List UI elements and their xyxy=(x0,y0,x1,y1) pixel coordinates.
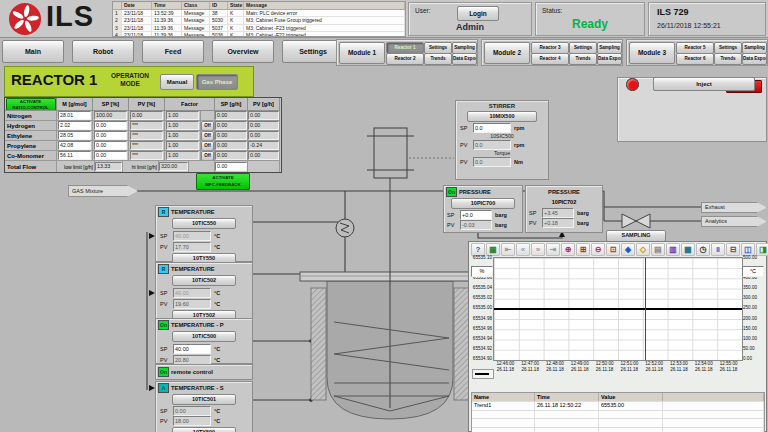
module-2-trends-button[interactable]: Trends xyxy=(569,53,597,65)
sp-percent-field[interactable]: 0.00 xyxy=(94,141,127,150)
message-state: K xyxy=(228,25,244,31)
time-range-icon[interactable]: ◷ xyxy=(696,243,710,256)
tag-button-10pic700[interactable]: 10PIC700 xyxy=(451,198,515,209)
statistics-icon[interactable]: ▥ xyxy=(666,243,680,256)
activate-mfc-feedback-button[interactable]: ACTIVATEMFC-FEEDBACK xyxy=(196,173,250,190)
previous-record-icon[interactable]: « xyxy=(516,243,530,256)
move-axes-icon[interactable]: ◇ xyxy=(636,243,650,256)
nav-button[interactable]: Robot xyxy=(72,40,134,63)
sp-field: 40.00 xyxy=(173,288,211,298)
module-2-data-export-button[interactable]: Data Export xyxy=(597,53,622,65)
on-badge: On xyxy=(446,187,457,197)
user-label: User: xyxy=(415,7,431,14)
unit-label: barg xyxy=(577,210,589,216)
next-record-icon[interactable]: » xyxy=(531,243,545,256)
gas-flow-table: ACTIVATERATIO-CONTROL M [g/mol] SP [%] P… xyxy=(4,97,282,173)
first-record-icon[interactable]: ⇤ xyxy=(501,243,515,256)
cursor-ruler[interactable] xyxy=(645,258,646,360)
message-row[interactable]: 4 23/11/18 11:39:36 Message 5036 K M3: C… xyxy=(113,32,405,37)
heating-jacket-right xyxy=(454,288,469,400)
message-number: 1 xyxy=(113,10,122,16)
tag-button-10tic501[interactable]: 10TIC501 xyxy=(172,394,236,405)
step-button[interactable]: Inject xyxy=(653,77,755,91)
module-2-group: Module 2 Reactor 3 Settings Sampling Rea… xyxy=(481,39,623,66)
reactor-6-button[interactable]: Reactor 6 xyxy=(676,53,714,65)
manual-mode-button[interactable]: Manual xyxy=(160,74,194,90)
x-axis-tick: 12:49:0026.11.18 xyxy=(571,361,589,372)
tag-button-10tic550[interactable]: 10TIC550 xyxy=(172,218,236,229)
sp-percent-field[interactable]: 0.00 xyxy=(94,121,127,130)
tag-button-10tic500[interactable]: 10TIC500 xyxy=(172,331,236,342)
tag-button-10tic502[interactable]: 10TIC502 xyxy=(172,275,236,286)
message-text: M3: Cabinet Fuse Group triggered xyxy=(244,17,405,23)
module-3-trends-button[interactable]: Trends xyxy=(714,53,742,65)
module-2-button[interactable]: Module 2 xyxy=(484,42,530,64)
message-text: Main: PLC device error xyxy=(244,10,405,16)
print-icon[interactable]: ⊟ xyxy=(726,243,740,256)
reactor-2-button[interactable]: Reactor 2 xyxy=(386,53,424,65)
grid-icon[interactable]: ▤ xyxy=(651,243,665,256)
legend-trend-name xyxy=(472,428,535,432)
unit-label: barg xyxy=(495,222,507,228)
alarm-message-list[interactable]: Date TimeClass IDState Message 1 23/11/1… xyxy=(112,1,406,37)
tag-button-10mix500[interactable]: 10MIX500 xyxy=(467,111,537,122)
ratio-off-button[interactable]: Off xyxy=(201,121,214,131)
molar-mass-field[interactable]: 28.05 xyxy=(58,131,91,140)
nav-button[interactable]: Overview xyxy=(212,40,274,63)
nav-button[interactable]: Settings xyxy=(282,40,344,63)
nav-button[interactable]: Feed xyxy=(142,40,204,63)
module-1-trends-button[interactable]: Trends xyxy=(424,53,452,65)
stirrer-sp-field[interactable]: 0.0 xyxy=(473,123,511,133)
ratio-off-button[interactable]: Off xyxy=(201,151,214,161)
sp-percent-field[interactable]: 0.00 xyxy=(94,151,127,160)
move-trend-icon[interactable]: ◈ xyxy=(621,243,635,256)
module-3-data-export-button[interactable]: Data Export xyxy=(742,53,767,65)
pv-field: 18.00 xyxy=(173,416,211,426)
molar-mass-field[interactable]: 56.11 xyxy=(58,151,91,160)
y-axis-tick: 65535.02 xyxy=(470,295,492,300)
login-button[interactable]: Login xyxy=(457,6,499,21)
message-row[interactable]: 3 23/11/18 11:39:36 Message 5037 K M3: C… xyxy=(113,25,405,32)
pause-icon[interactable]: ‖ xyxy=(711,243,725,256)
message-row[interactable]: 1 23/11/18 13:52:39 Message 38 K Main: P… xyxy=(113,10,405,17)
message-number: 2 xyxy=(113,17,122,23)
nav-button[interactable]: Main xyxy=(2,40,64,63)
molar-mass-field[interactable]: 28.01 xyxy=(58,111,91,120)
legend-row[interactable] xyxy=(472,419,764,428)
plot-area[interactable] xyxy=(493,257,743,361)
legend-row[interactable] xyxy=(472,411,764,420)
reactor-4-button[interactable]: Reactor 4 xyxy=(531,53,569,65)
select-trends-icon[interactable]: ▩ xyxy=(681,243,695,256)
gas-phase-mode-button[interactable]: Gas Phase xyxy=(196,74,238,90)
last-record-icon[interactable]: ⇥ xyxy=(546,243,560,256)
gas-row: Co-Monomer 56.11 0.00 *** 1.00 Off 0.00 … xyxy=(5,151,281,161)
low-limit-field: 13.33 xyxy=(95,162,122,171)
ratio-off-button[interactable]: Off xyxy=(201,131,214,141)
module-1-button[interactable]: Module 1 xyxy=(339,42,385,64)
zoom-in-icon[interactable]: ⊕ xyxy=(561,243,575,256)
zoom-out-icon[interactable]: ⊖ xyxy=(591,243,605,256)
sp-percent-field[interactable]: 100.00 xyxy=(94,111,127,120)
current-user: Admin xyxy=(409,22,531,32)
activate-ratio-control-button[interactable]: ACTIVATERATIO-CONTROL xyxy=(6,98,56,111)
module-3-button[interactable]: Module 3 xyxy=(629,42,675,64)
ty-button-10ty500[interactable]: 10TY500 xyxy=(172,427,236,432)
message-row[interactable]: 2 23/11/18 11:39:36 Message 5030 K M3: C… xyxy=(113,17,405,24)
ratio-off-button[interactable]: Off xyxy=(201,141,214,151)
message-state: K xyxy=(228,10,244,16)
legend-row[interactable]: Trend1 26.11.18 12:50:22 65535.00 xyxy=(472,402,764,411)
station-name: ILS 729 xyxy=(657,7,689,17)
molar-mass-field[interactable]: 2.02 xyxy=(58,121,91,130)
total-flow-sp-field[interactable]: 0.00 xyxy=(215,162,247,171)
gas-name: Hydrogen xyxy=(5,121,57,131)
panel-title: TEMPERATURE - P xyxy=(171,322,224,328)
module-3-group: Module 3 Reactor 5 Settings Sampling Rea… xyxy=(626,39,768,66)
zoom-area-icon[interactable]: ⊞ xyxy=(576,243,590,256)
zoom-reset-icon[interactable]: ⊡ xyxy=(606,243,620,256)
sp-percent-field[interactable]: 0.00 xyxy=(94,131,127,140)
molar-mass-field[interactable]: 42.08 xyxy=(58,141,91,150)
sp-field[interactable]: 40.00 xyxy=(173,344,211,354)
legend-row[interactable] xyxy=(472,428,764,432)
module-1-data-export-button[interactable]: Data Export xyxy=(452,53,477,65)
sp-field[interactable]: +0.0 xyxy=(460,210,492,220)
